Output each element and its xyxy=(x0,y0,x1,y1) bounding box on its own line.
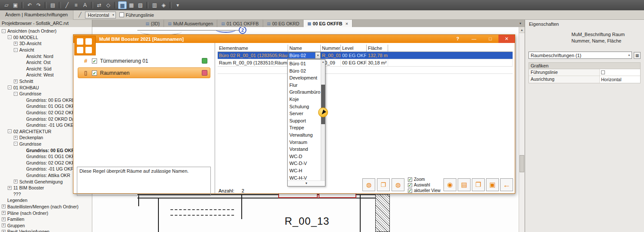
view-tab[interactable]: ▤ MuM Auswertungen xyxy=(164,20,217,27)
tree-expand-icon[interactable]: + xyxy=(14,136,18,140)
view-tab[interactable]: ▤ {3D} xyxy=(142,20,164,27)
tree-item[interactable]: + Revit-Verknüpfungen xyxy=(0,229,92,232)
footer-checkbox[interactable]: ✓ aktueller View xyxy=(408,188,440,193)
dropdown-item[interactable]: Vorraum xyxy=(288,139,321,146)
bulb-plus-button[interactable]: ◍ xyxy=(392,178,404,191)
context-tab-label[interactable]: Ändern | Raumbeschriftungen xyxy=(0,10,73,20)
element-selector[interactable]: Raumbeschriftungen (1) ▾ xyxy=(529,52,632,59)
dropdown-item[interactable]: Großraumbüro xyxy=(288,89,321,96)
tree-expand-icon[interactable]: + xyxy=(2,223,6,227)
dropdown-item[interactable]: Koje xyxy=(288,96,321,103)
tree-expand-icon[interactable]: + xyxy=(8,186,12,190)
cell-level[interactable]: 00 EG OKFFB xyxy=(341,52,367,59)
scroll-up-icon[interactable]: ▲ xyxy=(519,27,525,33)
type-preview[interactable]: MuM_Beschriftung Raum Nummer, Name, Fläc… xyxy=(529,31,641,49)
maximize-button[interactable]: □ xyxy=(482,35,498,43)
name-combobox[interactable]: Büro 02 ▾ xyxy=(288,52,321,59)
checkbox-box[interactable]: ✓ xyxy=(408,183,412,187)
undo-icon[interactable]: ↶ xyxy=(25,1,34,9)
tree-expand-icon[interactable]: + xyxy=(14,180,18,183)
dropdown-item[interactable]: Verwaltung xyxy=(288,131,321,139)
tree-item[interactable]: + Bauteillisten/Mengen (nach Ordner) xyxy=(0,204,92,210)
show-element-button[interactable]: ◉ xyxy=(444,178,456,191)
tree-expand-icon[interactable]: - xyxy=(8,85,12,89)
aligned-dimension-icon[interactable]: ≡ xyxy=(72,1,80,9)
bulb-button[interactable]: ◍ xyxy=(362,178,375,191)
dropdown-item[interactable]: WC-D-V xyxy=(288,160,321,167)
tree-expand-icon[interactable]: + xyxy=(14,79,18,83)
help-button[interactable]: ? xyxy=(450,35,466,43)
tree-item[interactable]: Legenden xyxy=(0,197,92,204)
rule-row[interactable]: ▯ ✓ Raumnamen xyxy=(78,67,210,78)
minimize-button[interactable]: — xyxy=(466,35,482,43)
rule-row[interactable]: # ✓ Türnummerierung 01 xyxy=(78,55,210,66)
dropdown-item[interactable]: Support xyxy=(288,117,321,125)
save-icon[interactable]: ▣ xyxy=(11,1,20,9)
column-header[interactable]: Elementname xyxy=(218,45,288,52)
scroll-up-icon[interactable]: ▲ xyxy=(321,60,325,64)
measure-icon[interactable]: ╱ xyxy=(63,1,71,9)
swap-icon[interactable]: ⇄ xyxy=(95,1,103,9)
dropdown-item[interactable]: Vorstand xyxy=(288,146,321,153)
scrollbar-thumb[interactable] xyxy=(321,85,325,124)
tree-item[interactable]: + Gruppen xyxy=(0,222,92,229)
view-tab[interactable]: ▤ 01 OG1 OKFFB xyxy=(217,20,263,27)
column-header[interactable]: Nummer xyxy=(321,45,341,52)
rule-checkbox[interactable]: ✓ xyxy=(92,70,97,76)
print-icon[interactable]: ▤ xyxy=(49,1,57,9)
tree-expand-icon[interactable]: - xyxy=(14,142,18,146)
cell-elementname[interactable]: Raum R_00_09 (1283510;Räume) xyxy=(218,59,288,66)
export-button[interactable]: ▤ xyxy=(458,178,471,191)
property-value[interactable]: Horizontal xyxy=(600,76,640,83)
dropdown-item[interactable]: Development xyxy=(288,74,321,82)
footer-checkbox[interactable]: ✓ Zoom xyxy=(408,177,440,182)
tree-expand-icon[interactable]: + xyxy=(2,230,6,232)
checkbox-box[interactable]: ✓ xyxy=(408,177,412,182)
dropdown-scroll-down[interactable]: ▾ xyxy=(288,180,325,186)
table-edit-icon[interactable]: ▧ xyxy=(136,1,145,9)
view-tab[interactable]: ▤ 00 EG OKRD xyxy=(263,20,304,27)
save-button[interactable]: ▣ xyxy=(486,178,499,191)
dropdown-item[interactable]: WC-H-V xyxy=(288,174,321,181)
cell-flaeche[interactable]: 30,18 m² xyxy=(367,59,388,66)
dropdown-scrollbar[interactable]: ▲ xyxy=(321,60,325,180)
dropdown-item[interactable]: Büro 02 xyxy=(288,67,321,75)
toolbar-overflow-icon[interactable]: ▾ xyxy=(173,1,182,9)
column-header[interactable]: Name xyxy=(288,45,321,52)
tree-item[interactable]: + Pläne (nach Ordner) xyxy=(0,210,92,216)
dropdown-item[interactable]: Schulung xyxy=(288,103,321,110)
back-button[interactable]: ← xyxy=(500,178,513,191)
tab-overflow-icon[interactable]: ▾ xyxy=(519,21,521,25)
section-icon[interactable]: ◇ xyxy=(104,1,112,9)
checkbox-box[interactable] xyxy=(119,12,124,17)
dropdown-item[interactable]: WC-H xyxy=(288,167,321,174)
orientation-select[interactable]: Horizontal ▾ xyxy=(85,12,116,18)
dropdown-item[interactable]: Büro 01 xyxy=(288,60,321,67)
tree-item[interactable]: - Ansichten (nach Ordner) xyxy=(0,28,92,34)
tree-expand-icon[interactable]: - xyxy=(14,92,18,96)
pages-button[interactable]: ❐ xyxy=(377,178,390,191)
cell-level[interactable]: 00 EG OKFFB xyxy=(341,59,367,66)
cell-elementname[interactable]: Büro 02 R_00_01 (1283505;Räume) xyxy=(218,52,288,59)
tree-expand-icon[interactable]: - xyxy=(8,35,12,39)
tree-expand-icon[interactable]: + xyxy=(2,211,6,215)
tree-expand-icon[interactable]: - xyxy=(8,129,12,133)
copy-button[interactable]: ❐ xyxy=(472,178,485,191)
chevron-down-icon[interactable]: ▾ xyxy=(315,52,320,58)
switch-windows-icon[interactable]: ◈ xyxy=(159,1,168,9)
property-value[interactable] xyxy=(600,69,640,76)
column-header[interactable]: Level xyxy=(341,45,367,52)
checkbox-box[interactable]: ✓ xyxy=(408,189,412,193)
close-button[interactable]: ✕ xyxy=(498,35,515,43)
tree-expand-icon[interactable]: - xyxy=(14,48,18,52)
cell-nummer[interactable]: R_00_01 xyxy=(321,52,341,59)
text-icon[interactable]: A xyxy=(81,1,89,9)
tree-expand-icon[interactable]: - xyxy=(2,29,6,33)
edit-type-button[interactable]: ▦ xyxy=(634,52,641,59)
list-icon[interactable]: ▥ xyxy=(150,1,159,9)
view-tab[interactable]: ▤ 00 EG OKFFB × xyxy=(304,20,352,27)
tab-close-icon[interactable]: × xyxy=(345,21,348,26)
footer-checkbox[interactable]: ✓ Auswahl xyxy=(408,183,440,187)
rule-checkbox[interactable]: ✓ xyxy=(92,58,97,64)
table-row[interactable]: Büro 02 R_00_01 (1283505;Räume) R_00_01 … xyxy=(218,52,513,59)
